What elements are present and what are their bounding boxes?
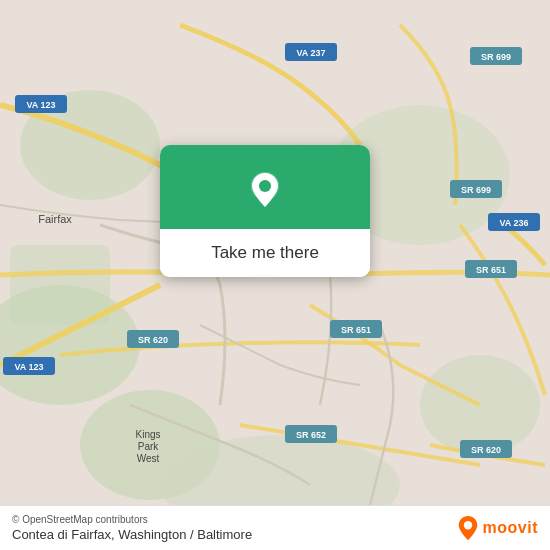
svg-text:SR 652: SR 652 bbox=[296, 430, 326, 440]
svg-text:SR 699: SR 699 bbox=[481, 52, 511, 62]
svg-text:SR 699: SR 699 bbox=[461, 185, 491, 195]
svg-text:West: West bbox=[137, 453, 160, 464]
moovit-text-label: moovit bbox=[483, 519, 538, 537]
map-container: VA 123 VA 237 SR 699 SR 699 SR 651 VA 23… bbox=[0, 0, 550, 550]
svg-text:Fairfax: Fairfax bbox=[38, 213, 72, 225]
svg-point-36 bbox=[463, 521, 471, 529]
take-me-there-button[interactable]: Take me there bbox=[160, 229, 370, 277]
moovit-pin-icon bbox=[457, 515, 479, 541]
svg-text:SR 651: SR 651 bbox=[341, 325, 371, 335]
moovit-logo[interactable]: moovit bbox=[457, 515, 538, 541]
svg-text:Park: Park bbox=[138, 441, 160, 452]
svg-text:VA 123: VA 123 bbox=[26, 100, 55, 110]
location-name: Contea di Fairfax, Washington / Baltimor… bbox=[12, 527, 252, 542]
popup-header bbox=[160, 145, 370, 229]
bottom-bar: © OpenStreetMap contributors Contea di F… bbox=[0, 505, 550, 550]
svg-rect-5 bbox=[10, 245, 110, 325]
svg-point-35 bbox=[259, 180, 271, 192]
svg-text:SR 620: SR 620 bbox=[471, 445, 501, 455]
svg-text:VA 237: VA 237 bbox=[296, 48, 325, 58]
svg-text:SR 620: SR 620 bbox=[138, 335, 168, 345]
location-pin-icon bbox=[243, 167, 287, 211]
svg-text:Kings: Kings bbox=[135, 429, 160, 440]
svg-text:VA 123: VA 123 bbox=[14, 362, 43, 372]
svg-text:SR 651: SR 651 bbox=[476, 265, 506, 275]
bottom-left: © OpenStreetMap contributors Contea di F… bbox=[12, 514, 252, 542]
popup-tail bbox=[253, 276, 277, 277]
popup-card: Take me there bbox=[160, 145, 370, 277]
svg-text:VA 236: VA 236 bbox=[499, 218, 528, 228]
osm-attribution: © OpenStreetMap contributors bbox=[12, 514, 252, 525]
